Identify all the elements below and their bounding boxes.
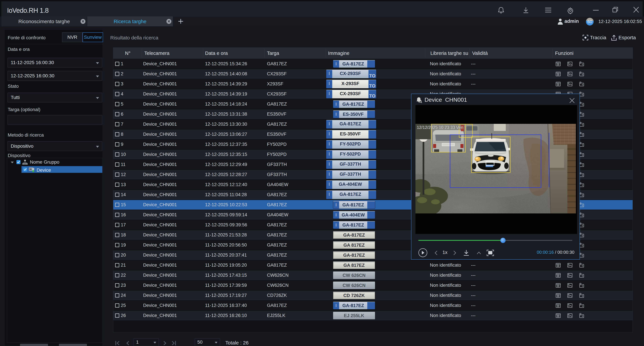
svg-text:12/12/2025 10:23:33 Ven: 12/12/2025 10:23:33 Ven bbox=[417, 125, 463, 130]
svg-text:IA: IA bbox=[30, 168, 32, 170]
